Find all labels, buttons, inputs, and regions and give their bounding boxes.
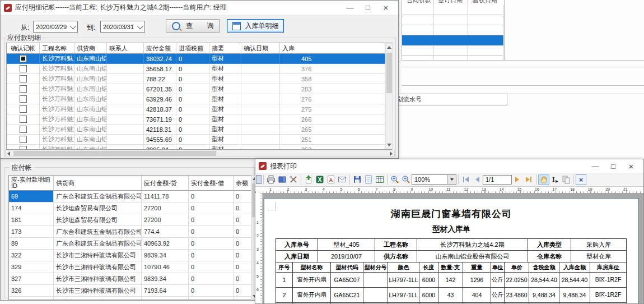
table-row[interactable]: 长沙万科魅力...山东南山铝业...42818.370型材275: [7, 104, 385, 114]
minimize-button[interactable]: —: [341, 2, 359, 14]
table-row[interactable]: [402, 35, 503, 45]
send-mail-icon[interactable]: [337, 174, 348, 185]
table-row[interactable]: 长沙市三湘特种玻璃有限公司: [9, 297, 255, 300]
cell: [7, 54, 40, 64]
table-row[interactable]: 2窗外开内扇GA65C21LH797-1LL600043404公斤23.4860…: [276, 288, 626, 303]
confirm-checkbox[interactable]: [20, 75, 27, 82]
title-bar[interactable]: 报表打印 — □ ×: [255, 159, 643, 173]
cell: 251: [280, 135, 385, 145]
preview-area[interactable]: 123456 湖南巨晟门窗幕墙有限公司 型材入库单 入库单号型材_405工程名称…: [255, 193, 643, 303]
confirm-checkbox[interactable]: [20, 116, 27, 123]
table-row[interactable]: 181长沙坦森贸易有限公司2720000: [9, 214, 255, 226]
cell: 山东南山铝业...: [74, 94, 107, 104]
page-setup-tools-icon[interactable]: [288, 174, 299, 185]
scroll-down-icon[interactable]: [387, 144, 391, 146]
confirm-checkbox[interactable]: [20, 136, 27, 143]
table-row[interactable]: 69广东合和建筑五金制品有限公司11411.7800: [9, 191, 255, 202]
table-row[interactable]: 长沙万科魅力...山东南山铝业...73671.190型材266: [7, 114, 385, 125]
table-row[interactable]: 长沙万科魅力...山东南山铝业...94555.690型材251: [7, 135, 385, 145]
table-row[interactable]: 174长沙坦森贸易有限公司2720000: [9, 202, 255, 214]
prev-page-icon[interactable]: [472, 174, 483, 185]
table-row[interactable]: 长沙万科魅力...山东南山铝业...67201.350型材283: [7, 84, 385, 94]
header-cell: 长度: [419, 262, 438, 273]
close-preview-icon[interactable]: ×: [576, 174, 586, 185]
export-excel-icon[interactable]: X: [314, 174, 325, 185]
cell: 长沙万科魅力...: [40, 114, 74, 125]
confirm-checkbox[interactable]: [20, 95, 27, 103]
confirm-checkbox[interactable]: [20, 55, 27, 62]
maximize-button[interactable]: □: [604, 160, 622, 172]
next-page-icon[interactable]: [512, 174, 523, 185]
to-date-combo[interactable]: 2020/03/31: [100, 21, 145, 33]
scroll-left-icon[interactable]: [7, 151, 10, 156]
table-row[interactable]: 长沙万科魅力...山东南山铝业...3895.840型材252: [7, 145, 385, 150]
table-row[interactable]: 长沙万科魅力...山东南山铝业...788.220型材358: [7, 74, 385, 84]
close-button[interactable]: ×: [377, 2, 395, 14]
confirm-checkbox[interactable]: [20, 126, 27, 133]
cell: 9,488.34: [529, 288, 559, 303]
table-row[interactable]: 入库单号型材_405工程名称长沙万科魅力之城4.2期入库类型采购入库: [276, 239, 626, 251]
first-page-icon[interactable]: [460, 174, 472, 185]
inbound-detail-button[interactable]: 入库单明细: [227, 19, 284, 33]
hand-tool-icon[interactable]: [538, 174, 549, 185]
table-row[interactable]: 173广东合和建筑五金制品有限公司774.400: [9, 226, 255, 238]
table-row[interactable]: 长沙万科魅力...山东南山铝业...38032.740型材405: [7, 54, 385, 64]
scroll-up-icon[interactable]: [387, 46, 391, 49]
export-icon[interactable]: [303, 174, 314, 185]
export-pdf-icon[interactable]: A: [325, 174, 337, 185]
zoom-level-combo[interactable]: 100%: [412, 174, 456, 185]
from-date-combo[interactable]: 2020/02/29: [33, 21, 78, 33]
confirm-checkbox[interactable]: [20, 146, 27, 150]
table-row[interactable]: [402, 25, 503, 35]
ruler-mark: 18: [570, 187, 575, 191]
header-cell: 单价: [505, 262, 529, 273]
header-cell: 工程名称: [40, 43, 74, 54]
table-row[interactable]: 327长沙市三湘特种玻璃有限公司9839.3400: [9, 273, 255, 285]
close-button[interactable]: ×: [622, 160, 640, 172]
table-row[interactable]: [402, 45, 503, 56]
dropdown-arrow-icon[interactable]: [447, 175, 456, 184]
ruler-mark: 12: [464, 187, 469, 191]
table-row[interactable]: 长沙万科魅力...山东南山铝业...42118.310型材265: [7, 125, 385, 135]
cell: 型材: [209, 94, 241, 104]
panel-icon[interactable]: [256, 174, 262, 185]
table-row[interactable]: 1窗外开内扇GA65C07LH797-1LL60001421296公斤22.02…: [276, 273, 626, 288]
plan-serial-field[interactable]: 计划流水号: [388, 94, 507, 105]
background-rows[interactable]: [402, 5, 503, 61]
zoom-in-icon[interactable]: [389, 174, 400, 185]
title-bar[interactable]: 应付明细记帐------当前工程: 长沙万科魅力之城4.2期------当前用户…: [1, 1, 398, 15]
query-button[interactable]: 查 询: [166, 19, 220, 33]
save-icon[interactable]: [352, 174, 363, 185]
open-document-icon[interactable]: [363, 174, 374, 185]
cell: 0: [189, 273, 234, 285]
export-sheet-icon[interactable]: [374, 174, 385, 185]
table-row[interactable]: 89广东合和建筑五金制品有限公司40963.9200: [9, 238, 255, 250]
table-row[interactable]: [402, 5, 503, 15]
table-row[interactable]: 长沙万科魅力...山东南山铝业...63929.460型材276: [7, 94, 385, 104]
minimize-button[interactable]: —: [586, 160, 604, 172]
payable-account-table[interactable]: 应-实付款明细ID供货商应付金额-贷实付金额-借余额69广东合和建筑五金制品有限…: [8, 175, 255, 300]
text-select-tool-icon[interactable]: I: [549, 174, 561, 185]
payable-detail-table[interactable]: 确认记帐工程名称供货商联系人应付金额进项税额摘要确认日期入库长沙万科魅力...山…: [6, 43, 393, 150]
table-row[interactable]: 322长沙市三湘特种玻璃有限公司9839.3400: [9, 250, 255, 261]
confirm-checkbox[interactable]: [20, 105, 27, 113]
table-row[interactable]: 长沙万科魅力...山东南山铝业...35658.170型材376: [7, 64, 385, 74]
vertical-scrollbar[interactable]: [385, 43, 393, 149]
page-number-input[interactable]: 1/1: [483, 175, 512, 185]
table-row[interactable]: [402, 15, 503, 25]
horizontal-scrollbar[interactable]: [5, 150, 395, 156]
table-row[interactable]: [276, 303, 626, 303]
zoom-out-icon[interactable]: [400, 174, 412, 185]
confirm-checkbox[interactable]: [20, 65, 27, 72]
last-page-icon[interactable]: [523, 174, 534, 185]
book-preview-icon[interactable]: [277, 174, 288, 185]
copy-page-icon[interactable]: [561, 174, 572, 185]
scroll-right-icon[interactable]: [390, 151, 393, 156]
table-row[interactable]: 326长沙市三湘特种玻璃有限公司7193.6400: [9, 285, 255, 297]
print-icon[interactable]: [265, 174, 277, 185]
confirm-checkbox[interactable]: [20, 85, 27, 93]
table-row[interactable]: 329长沙市三湘特种玻璃有限公司10790.4600: [9, 261, 255, 273]
cell: 广东合和建筑五金制品有限公司: [54, 226, 142, 238]
maximize-button[interactable]: □: [359, 2, 377, 14]
table-row[interactable]: 入库日期2019/10/07供方名称山东南山铝业股份有限公司仓库名称型材仓库: [276, 251, 626, 262]
